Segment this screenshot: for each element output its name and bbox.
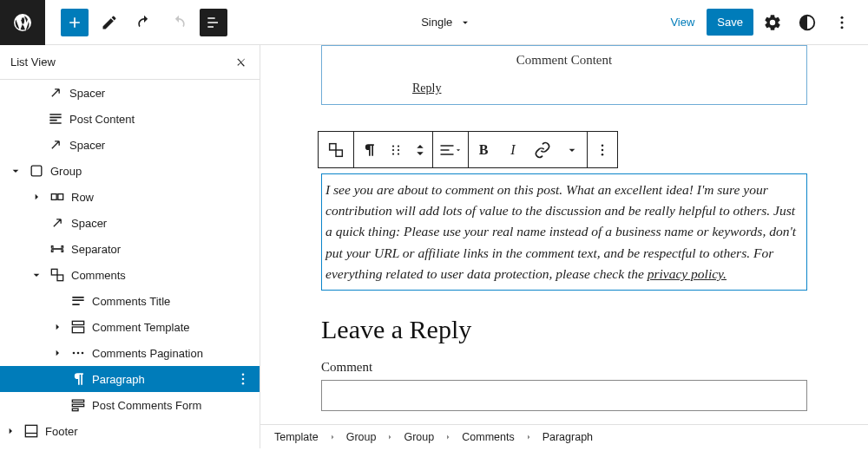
- breadcrumb-item[interactable]: Comments: [462, 431, 514, 443]
- top-right-controls: View Save: [661, 7, 868, 38]
- tree-item-label: Comments Pagination: [92, 347, 203, 360]
- tree-item-spacer[interactable]: Spacer: [0, 80, 260, 106]
- svg-rect-16: [72, 400, 83, 402]
- parent-block-button[interactable]: [319, 132, 353, 167]
- list-view-tree[interactable]: SpacerPost ContentSpacerGroupRowSpacerSe…: [0, 80, 260, 448]
- tree-item-separator[interactable]: Separator: [0, 236, 260, 262]
- svg-point-23: [392, 148, 394, 150]
- view-button[interactable]: View: [661, 10, 703, 34]
- styles-button[interactable]: [792, 7, 823, 38]
- privacy-policy-link[interactable]: privacy policy.: [648, 266, 727, 281]
- save-button[interactable]: Save: [707, 9, 753, 36]
- block-options-button[interactable]: [588, 132, 617, 167]
- svg-rect-9: [72, 327, 83, 333]
- svg-point-13: [242, 373, 245, 376]
- tree-item-label: Post Content: [69, 113, 135, 126]
- top-left-controls: [45, 9, 231, 36]
- tree-item-group[interactable]: Group: [0, 158, 260, 184]
- tree-item-label: Spacer: [69, 139, 105, 152]
- editor-scroll[interactable]: Comment Content Reply: [260, 45, 868, 424]
- caret-icon[interactable]: [5, 164, 26, 178]
- svg-rect-3: [31, 166, 42, 176]
- tree-item-spacer[interactable]: Spacer: [0, 132, 260, 158]
- list-view-title: List View: [10, 56, 56, 69]
- chevron-right-icon: [443, 432, 453, 442]
- chevron-right-icon: [327, 432, 338, 442]
- italic-button[interactable]: I: [498, 132, 528, 167]
- tree-item-label: Comment Template: [92, 321, 189, 334]
- svg-point-30: [602, 153, 604, 155]
- comment-textarea[interactable]: [321, 380, 807, 411]
- tree-item-label: Comments: [71, 269, 126, 282]
- tree-item-label: Post Comments Form: [92, 399, 201, 412]
- svg-point-15: [242, 382, 245, 385]
- chevron-right-icon: [385, 432, 395, 442]
- block-type-paragraph-button[interactable]: [354, 132, 384, 167]
- list-view-toggle[interactable]: [200, 9, 227, 36]
- breadcrumb-item[interactable]: Template: [274, 431, 319, 443]
- tree-item-post-content[interactable]: Post Content: [0, 106, 260, 132]
- document-title[interactable]: Single: [231, 16, 661, 29]
- tree-item-row[interactable]: Row: [0, 184, 260, 210]
- tree-item-label: Spacer: [69, 87, 105, 100]
- svg-rect-18: [72, 408, 78, 411]
- tree-item-label: Paragraph: [92, 373, 145, 386]
- svg-point-22: [392, 145, 394, 147]
- list-view-header: List View: [0, 45, 260, 80]
- tree-item-label: Row: [71, 191, 94, 204]
- tree-item-post-comments-form[interactable]: Post Comments Form: [0, 392, 260, 418]
- link-button[interactable]: [528, 132, 557, 167]
- svg-rect-19: [25, 425, 36, 436]
- tree-item-spacer[interactable]: Spacer: [0, 210, 260, 236]
- breadcrumb-item[interactable]: Paragraph: [542, 431, 593, 443]
- tree-item-comments-pagination[interactable]: Comments Pagination: [0, 340, 260, 366]
- drag-handle[interactable]: [384, 132, 408, 167]
- tree-item-paragraph[interactable]: Paragraph: [0, 366, 260, 392]
- more-options-button[interactable]: [826, 7, 858, 38]
- svg-point-27: [398, 153, 399, 154]
- bold-button[interactable]: B: [469, 132, 498, 167]
- tree-item-comment-template[interactable]: Comment Template: [0, 314, 260, 340]
- svg-point-0: [841, 16, 844, 18]
- svg-rect-6: [51, 269, 57, 275]
- svg-point-10: [73, 352, 76, 355]
- breadcrumb-item[interactable]: Group: [404, 431, 434, 443]
- tree-item-label: Separator: [71, 243, 121, 256]
- breadcrumb-item[interactable]: Group: [346, 431, 377, 443]
- wp-logo[interactable]: [0, 0, 45, 45]
- settings-button[interactable]: [757, 7, 788, 38]
- move-up-down-button[interactable]: [408, 132, 432, 167]
- tree-item-comments-title[interactable]: Comments Title: [0, 288, 260, 314]
- edit-mode-button[interactable]: [95, 9, 123, 36]
- caret-icon[interactable]: [26, 190, 47, 204]
- tree-item-label: Comments Title: [92, 295, 170, 308]
- caret-icon[interactable]: [0, 424, 21, 438]
- spacer-icon: [45, 136, 66, 154]
- svg-point-25: [398, 145, 399, 147]
- comment-field-label: Comment: [321, 360, 807, 375]
- tree-item-comments[interactable]: Comments: [0, 262, 260, 288]
- undo-button[interactable]: [130, 9, 158, 36]
- caret-icon[interactable]: [47, 346, 68, 360]
- svg-point-2: [841, 26, 844, 29]
- chevron-down-icon: [459, 16, 471, 29]
- svg-rect-20: [330, 143, 336, 149]
- tree-item-footer[interactable]: Footer: [0, 418, 260, 444]
- close-list-view-button[interactable]: [233, 55, 249, 70]
- comment-template-preview[interactable]: Comment Content Reply: [321, 45, 807, 105]
- caret-icon[interactable]: [47, 320, 68, 334]
- comment-reply-link[interactable]: Reply: [412, 82, 806, 95]
- spacer-icon: [47, 214, 68, 232]
- ctemplate-icon: [68, 318, 89, 336]
- content-icon: [45, 110, 66, 127]
- align-button[interactable]: [433, 132, 468, 167]
- redo-button: [165, 9, 193, 36]
- more-rich-text-button[interactable]: [557, 132, 587, 167]
- tree-item-options[interactable]: [235, 371, 251, 387]
- tree-item-label: Spacer: [71, 217, 107, 230]
- add-block-button[interactable]: [61, 9, 89, 36]
- row-icon: [47, 188, 68, 206]
- caret-icon[interactable]: [26, 268, 47, 282]
- paragraph-block[interactable]: I see you are about to comment on this p…: [321, 173, 807, 291]
- cform-icon: [68, 396, 89, 414]
